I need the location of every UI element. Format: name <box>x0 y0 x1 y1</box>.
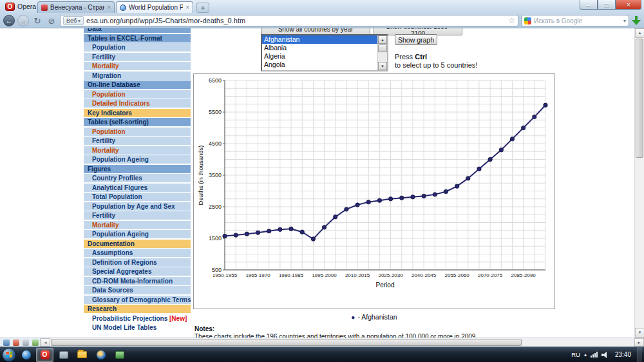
notes-label: Notes: <box>194 325 477 333</box>
sidebar-item[interactable]: Special Aggregates <box>84 267 191 276</box>
language-indicator[interactable]: RU <box>571 351 580 358</box>
status-bar: ◄ ► <box>0 338 644 347</box>
sidebar-item[interactable]: On-line Database <box>84 81 191 89</box>
vertical-scrollbar[interactable]: ▲ ▼ <box>634 28 644 338</box>
sidebar-item[interactable]: UN Model Life Tables <box>84 323 191 332</box>
tab-venezuela[interactable]: Венесуэла - Страница... × <box>37 1 115 13</box>
bookmarks-panel-icon[interactable] <box>13 339 19 346</box>
web-badge-label: Веб <box>66 17 77 24</box>
sidebar-item[interactable]: Key Indicators <box>84 109 191 117</box>
browser-chrome: O Opera ▾ Венесуэла - Страница... × Worl… <box>0 0 644 28</box>
scrollbar-thumb[interactable] <box>636 39 643 158</box>
new-tab-button[interactable]: + <box>196 3 209 13</box>
close-tab-icon[interactable]: × <box>185 5 189 11</box>
sidebar-item[interactable]: Mortality <box>84 221 191 229</box>
scroll-left-icon[interactable]: ◄ <box>41 338 50 347</box>
tab-world-population[interactable]: World Population Pros... × <box>116 1 193 13</box>
scroll-down-icon[interactable]: ▼ <box>378 62 387 70</box>
show-graph-button[interactable]: Show graph <box>395 34 437 45</box>
sidebar-item[interactable]: Figures <box>84 165 191 173</box>
minimize-button[interactable]: – <box>580 0 598 10</box>
country-option[interactable]: Afghanistan <box>262 35 377 44</box>
scrollbar-thumb[interactable] <box>51 339 522 346</box>
sidebar-item[interactable]: Migration <box>84 71 191 80</box>
downloads-panel-icon[interactable] <box>23 339 29 346</box>
taskbar-app-button[interactable] <box>55 348 72 362</box>
svg-text:6500: 6500 <box>209 77 222 84</box>
sidebar-item[interactable]: Population Ageing <box>84 230 191 238</box>
search-input[interactable] <box>534 17 621 24</box>
sidebar-item[interactable]: Research <box>84 305 191 313</box>
address-input[interactable] <box>86 17 506 24</box>
chart-legend: ●- Afghanistan <box>193 313 555 321</box>
close-window-button[interactable]: × <box>616 0 641 10</box>
sidebar-item[interactable]: Mortality <box>84 62 191 70</box>
sidebar-item[interactable]: Detailed Indicators <box>84 99 191 108</box>
country-listbox[interactable]: AfghanistanAlbaniaAlgeriaAngola ▲ ▼ <box>261 34 388 71</box>
search-box[interactable]: ▾ <box>521 15 629 26</box>
forward-button[interactable]: → <box>17 15 29 26</box>
sidebar-item[interactable]: Assumptions <box>84 249 191 257</box>
network-icon[interactable] <box>591 352 598 357</box>
horizontal-scrollbar[interactable]: ◄ ► <box>40 338 644 347</box>
google-icon <box>524 17 531 24</box>
sidebar-item[interactable]: Probabilistic Projections [New] <box>84 314 191 323</box>
sidebar-item[interactable]: Population <box>84 128 191 136</box>
sidebar-item[interactable]: Tables in EXCEL-Format <box>84 34 191 43</box>
scroll-right-icon[interactable]: ► <box>634 338 644 347</box>
taskbar-media-player-button[interactable] <box>92 348 109 362</box>
reload-button[interactable]: ↻ <box>32 15 43 26</box>
scroll-up-icon[interactable]: ▲ <box>635 28 644 38</box>
svg-text:1965-1970: 1965-1970 <box>245 272 270 278</box>
clock[interactable]: 23:40 <box>615 351 631 358</box>
back-button[interactable]: ← <box>3 15 15 26</box>
taskbar-browser-button[interactable] <box>17 348 35 362</box>
sidebar-item[interactable]: Definition of Regions <box>84 258 191 267</box>
sidebar-item[interactable]: Population by Age and Sex <box>84 202 191 211</box>
go-arrow-icon[interactable] <box>632 15 641 26</box>
scroll-down-icon[interactable]: ▼ <box>635 328 644 338</box>
taskbar-explorer-button[interactable] <box>73 348 91 362</box>
web-badge[interactable]: Веб ▾ <box>63 16 84 25</box>
scrollbar-thumb[interactable] <box>378 44 387 52</box>
windows-taskbar: O RU ▴ 23:40 <box>0 347 644 362</box>
stop-button[interactable]: ⊘ <box>46 15 57 26</box>
maximize-button[interactable]: □ <box>598 0 616 10</box>
chevron-down-icon[interactable]: ▾ <box>623 18 626 24</box>
country-option[interactable]: Angola <box>262 61 377 69</box>
sidebar-item[interactable]: Data <box>84 28 191 33</box>
sidebar-item[interactable]: Population <box>84 43 191 52</box>
hidden-icons-arrow-icon[interactable]: ▴ <box>584 352 587 357</box>
close-tab-icon[interactable]: × <box>107 5 111 11</box>
show-desktop-button[interactable] <box>638 347 642 362</box>
notes-panel-icon[interactable] <box>32 339 39 346</box>
scroll-up-icon[interactable]: ▲ <box>378 35 387 44</box>
address-bar[interactable]: Веб ▾ ☆ <box>60 15 518 26</box>
sidebar-item[interactable]: CD-ROM Meta-Information <box>84 277 191 285</box>
sidebar-item[interactable]: Data Sources <box>84 286 191 294</box>
notes-text: These charts include the 196 countries a… <box>194 333 477 338</box>
sidebar-item[interactable]: Mortality <box>84 146 191 155</box>
taskbar-opera-button[interactable]: O <box>36 348 53 362</box>
listbox-scrollbar[interactable]: ▲ ▼ <box>377 35 387 70</box>
bookmark-star-icon[interactable]: ☆ <box>508 16 515 25</box>
sidebar-item[interactable]: Fertility <box>84 53 191 61</box>
panels-toggle-icon[interactable] <box>3 339 10 346</box>
sidebar-item[interactable]: Documentation <box>84 240 191 248</box>
sidebar-item[interactable]: Population <box>84 90 191 99</box>
legend-dot-icon: ● <box>351 314 355 321</box>
start-button[interactable] <box>2 348 16 362</box>
sidebar-item[interactable]: Fertility <box>84 137 191 145</box>
sidebar-item[interactable]: Total Population <box>84 193 191 201</box>
sidebar-item[interactable]: Population Ageing <box>84 155 191 164</box>
sidebar-item[interactable]: Analytical Figures <box>84 184 191 192</box>
svg-text:Period: Period <box>376 281 395 289</box>
sidebar-item[interactable]: Glossary of Demographic Terms <box>84 296 191 304</box>
country-option[interactable]: Algeria <box>262 52 377 61</box>
country-option[interactable]: Albania <box>262 44 377 52</box>
sidebar-item[interactable]: Country Profiles <box>84 174 191 182</box>
sidebar-item[interactable]: Tables (self-sorting) <box>84 118 191 126</box>
sidebar-item[interactable]: Fertility <box>84 211 191 220</box>
taskbar-app2-button[interactable] <box>111 348 128 362</box>
volume-icon[interactable] <box>601 352 609 358</box>
